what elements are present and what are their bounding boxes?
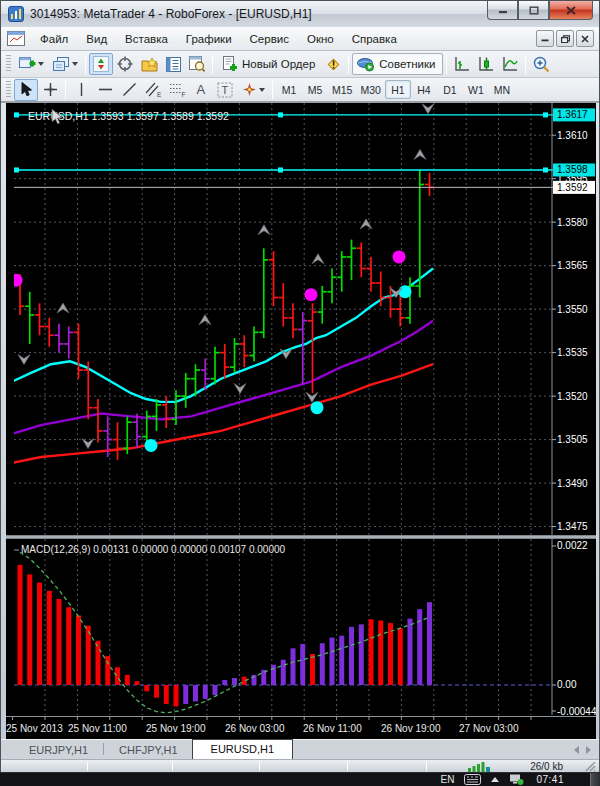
keyboard-icon[interactable] [464,774,481,785]
hline-handle [14,167,19,172]
close-button[interactable] [549,1,593,20]
tab-scroll-right-icon[interactable] [586,746,591,754]
timeframe-mn[interactable]: MN [489,80,515,99]
crosshair-tool-button[interactable] [38,79,62,101]
menu-charts[interactable]: Графики [177,30,241,48]
fibonacci-tool-button[interactable]: F [165,79,189,101]
tab-chfjpy[interactable]: CHFJPY,H1 [105,742,191,759]
arrows-tool-button[interactable] [237,79,269,101]
price-axis-label: 1.3610 [557,130,588,141]
new-order-label: Новый Ордер [242,58,315,70]
hline-handle [543,167,548,172]
macd-axis-label: -0.00044 [557,706,596,717]
child-close-button[interactable] [576,30,594,47]
show-hidden-icons-button[interactable] [491,777,499,782]
timeframe-m15[interactable]: M15 [328,80,356,99]
trendline-tool-button[interactable] [117,79,141,101]
advisors-button[interactable]: Советники [352,53,443,75]
price-axis-label: 1.3475 [557,521,588,532]
resize-grip[interactable] [585,761,596,772]
restore-button[interactable] [518,1,549,20]
advisors-label: Советники [379,58,435,70]
screen: 3014953: MetaTrader 4 - RoboForex - [EUR… [0,0,600,786]
signal-dot [393,250,406,263]
price-axis-label: 1.3520 [557,391,588,402]
menu-window[interactable]: Окно [298,30,343,48]
menu-file[interactable]: Файл [31,30,77,48]
tab-eurusd-active[interactable]: EURUSD,H1 [192,739,294,759]
minimize-button[interactable] [487,1,518,20]
toolbar-separator [272,80,273,99]
title-bar[interactable]: 3014953: MetaTrader 4 - RoboForex - [EUR… [1,1,599,27]
time-axis-label: 26 Nov 19:00 [381,723,441,734]
svg-text:A: A [197,82,206,97]
time-axis-label: 25 Nov 19:00 [146,723,206,734]
chart-canvas[interactable]: EURUSD,H1 1.3593 1.3597 1.3589 1.35921.3… [6,103,596,739]
indicator-bar-button[interactable] [450,53,474,75]
channel-tool-button[interactable]: E [141,79,165,101]
tab-scroll-left-icon[interactable] [574,746,579,754]
new-order-button[interactable]: Новый Ордер [216,53,321,75]
toolbar-grip[interactable] [6,81,11,99]
zoom-in-button[interactable] [529,53,553,75]
timeframe-w1[interactable]: W1 [463,80,489,99]
toolbar-separator [85,55,86,74]
timeframe-h4[interactable]: H4 [411,80,437,99]
chart-tabs-bar: EURJPY,H1 CHFJPY,H1 EURUSD,H1 [1,739,599,759]
connection-status-icon[interactable] [468,761,490,772]
menu-help[interactable]: Справка [343,30,406,48]
vline-tool-button[interactable] [69,79,93,101]
price-axis-label: 1.3490 [557,478,588,489]
data-window-button[interactable] [185,53,209,75]
toolbar-tools: E F A T M1 M5 M15 M30 H1 H4 D1 W1 [1,78,599,103]
tab-eurjpy[interactable]: EURJPY,H1 [15,742,102,759]
price-axis-label: 1.3598 [557,164,588,175]
hline-handle [278,167,283,172]
menu-view[interactable]: Вид [77,30,116,48]
toolbar-separator [348,55,349,74]
chart-window[interactable]: EURUSD,H1 1.3593 1.3597 1.3589 1.35921.3… [6,103,594,739]
time-axis-label: 26 Nov 03:00 [225,723,285,734]
price-axis-label: 1.3505 [557,434,588,445]
svg-text:T: T [222,84,229,96]
indicator-candle-button[interactable] [474,53,498,75]
text-label-tool-button[interactable]: T [213,79,237,101]
templates-button[interactable] [137,53,161,75]
timeframe-m1[interactable]: M1 [276,80,302,99]
chart-shift-button[interactable] [113,53,137,75]
toolbar-grip[interactable] [6,55,11,73]
market-watch-button[interactable] [161,53,185,75]
text-tool-button[interactable]: A [189,79,213,101]
autoscroll-button[interactable] [89,53,113,75]
signal-dot [311,401,324,414]
child-minimize-button[interactable] [536,30,554,47]
menu-bar: Файл Вид Вставка Графики Сервис Окно Спр… [1,27,599,51]
new-chart-button[interactable] [14,53,48,75]
traffic-label: 26/0 kb [530,761,563,772]
language-indicator[interactable]: EN [441,774,455,785]
chevron-down-icon [38,62,44,66]
menu-insert[interactable]: Вставка [116,30,177,48]
price-axis-label: 1.3617 [557,109,588,120]
taskbar: EN 07:41 [0,772,600,786]
timeframe-h1[interactable]: H1 [385,80,411,99]
timeframe-m5[interactable]: M5 [302,80,328,99]
signal-dot [145,439,158,452]
alert-icon[interactable] [321,53,345,75]
network-tray-icon[interactable] [509,774,524,785]
price-axis-label: 1.3565 [557,260,588,271]
timeframe-d1[interactable]: D1 [437,80,463,99]
indicator-line-button[interactable] [498,53,522,75]
menu-service[interactable]: Сервис [241,30,298,48]
toolbar-standard: Новый Ордер Советники [1,51,599,78]
child-restore-button[interactable] [556,30,574,47]
profiles-button[interactable] [48,53,82,75]
show-desktop-button[interactable] [590,773,600,786]
timeframe-m30[interactable]: M30 [356,80,384,99]
window-title: 3014953: MetaTrader 4 - RoboForex - [EUR… [30,7,312,21]
cursor-tool-button[interactable] [14,79,38,101]
hline-tool-button[interactable] [93,79,117,101]
chart-window-icon [7,31,25,46]
taskbar-clock[interactable]: 07:41 [536,774,564,785]
time-axis-label: 27 Nov 03:00 [459,723,519,734]
